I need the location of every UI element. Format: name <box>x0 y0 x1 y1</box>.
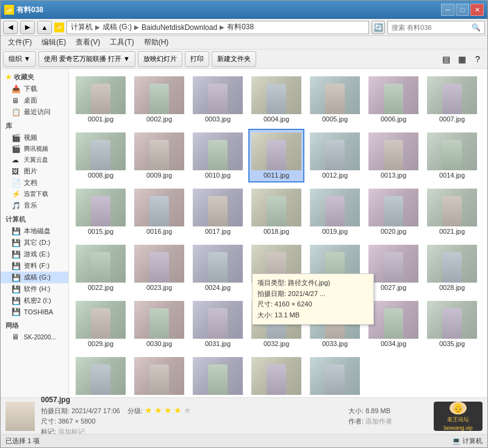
file-thumb-39 <box>310 357 360 395</box>
path-drive[interactable]: 成稿 (G:) <box>102 22 132 32</box>
file-item-0001-jpg[interactable]: 0001.jpg <box>73 73 129 126</box>
file-name-label: 0017.jpg <box>193 228 242 235</box>
menu-view[interactable]: 查看(V) <box>71 36 105 49</box>
file-thumb-18 <box>310 189 360 226</box>
file-name-label: 0024.jpg <box>193 284 242 291</box>
file-thumb-38 <box>251 357 301 395</box>
file-item-0014-jpg[interactable]: 0014.jpg <box>424 129 480 182</box>
sidebar-item-tencent[interactable]: 🎬 腾讯视频 <box>1 143 68 154</box>
file-item-0020-jpg[interactable]: 0020.jpg <box>365 185 422 239</box>
file-item-0028-jpg[interactable]: 0028.jpg <box>424 241 480 295</box>
close-button[interactable]: ✕ <box>470 4 484 16</box>
sidebar-computer-header[interactable]: 计算机 <box>1 214 68 225</box>
sidebar-library-header[interactable]: 库 <box>1 120 68 132</box>
file-item-0019-jpg[interactable]: 0019.jpg <box>307 185 363 239</box>
menu-file[interactable]: 文件(F) <box>3 36 37 49</box>
file-item-0039-jpg[interactable]: 0039.jpg <box>248 353 304 397</box>
file-item-0031-jpg[interactable]: 0031.jpg <box>190 297 246 351</box>
sidebar-item-g-drive[interactable]: 💾 成稿 (G:) <box>1 272 68 283</box>
file-thumb-21 <box>76 245 126 283</box>
sidebar-item-d-drive[interactable]: 💾 其它 (D:) <box>1 237 68 248</box>
file-item-0040-jpg[interactable]: 0040.jpg <box>307 353 363 397</box>
back-button[interactable]: ◀ <box>3 21 18 34</box>
open-with-button[interactable]: 使用 爱奇艺万能联播 打开 ▼ <box>38 51 135 67</box>
sidebar-item-thunder[interactable]: ⚡ 迅雷下载 <box>1 189 68 200</box>
file-thumb-11 <box>310 132 360 170</box>
thumb-figure-19 <box>384 196 404 226</box>
file-item-0003-jpg[interactable]: 0003.jpg <box>190 73 246 126</box>
file-name-label: 0001.jpg <box>76 115 125 123</box>
file-name-label: 0006.jpg <box>369 115 418 123</box>
minimize-button[interactable]: ─ <box>441 4 454 16</box>
sidebar-network-header[interactable]: 网络 <box>1 320 68 331</box>
maximize-button[interactable]: □ <box>456 4 469 16</box>
organize-button[interactable]: 组织 ▼ <box>3 51 36 67</box>
view-help-button[interactable]: ? <box>470 52 485 67</box>
sidebar-item-e-drive[interactable]: 💾 游戏 (E:) <box>1 248 68 260</box>
file-name-label: 0033.jpg <box>310 340 359 347</box>
file-item-0007-jpg[interactable]: 0007.jpg <box>424 73 480 126</box>
file-item-0016-jpg[interactable]: 0016.jpg <box>131 185 187 239</box>
file-item-0037-jpg[interactable]: 0037.jpg <box>131 353 187 397</box>
file-item-0022-jpg[interactable]: 0022.jpg <box>73 241 129 295</box>
file-item-0023-jpg[interactable]: 0023.jpg <box>131 241 187 295</box>
forward-button[interactable]: ▶ <box>20 21 35 34</box>
file-item-0017-jpg[interactable]: 0017.jpg <box>190 185 246 239</box>
path-subfolder[interactable]: 有料038 <box>227 22 254 32</box>
file-item-0030-jpg[interactable]: 0030.jpg <box>131 297 187 351</box>
search-box[interactable]: 🔍 <box>387 21 485 34</box>
sidebar-item-f-drive[interactable]: 💾 资料 (F:) <box>1 260 68 272</box>
view-tiles-button[interactable]: ▦ <box>454 52 469 67</box>
file-item-0002-jpg[interactable]: 0002.jpg <box>131 73 187 126</box>
sidebar-item-docs[interactable]: 📄 文档 <box>1 177 68 189</box>
sidebar-item-recent[interactable]: 📋 最近访问 <box>1 106 68 118</box>
capture-date-label: 拍摄日期: <box>41 407 70 414</box>
file-item-0011-jpg[interactable]: 0011.jpg <box>248 129 304 182</box>
file-item-0018-jpg[interactable]: 0018.jpg <box>248 185 304 239</box>
file-item-0008-jpg[interactable]: 0008.jpg <box>73 129 129 182</box>
menu-help[interactable]: 帮助(H) <box>139 36 174 49</box>
sidebar-item-desktop[interactable]: 🖥 桌面 <box>1 95 68 106</box>
sidebar-item-toshiba[interactable]: 💾 TOSHIBA <box>1 306 68 317</box>
path-computer[interactable]: 计算机 <box>71 22 93 32</box>
file-item-0004-jpg[interactable]: 0004.jpg <box>248 73 304 126</box>
file-item-0012-jpg[interactable]: 0012.jpg <box>307 129 363 182</box>
view-details-button[interactable]: ▤ <box>439 52 453 67</box>
thumb-figure-34 <box>442 308 462 339</box>
thumb-figure-28 <box>91 308 111 339</box>
file-item-0009-jpg[interactable]: 0009.jpg <box>131 129 187 182</box>
sidebar-item-cloud[interactable]: ☁ 天翼云盘 <box>1 154 68 165</box>
refresh-button[interactable]: 🔄 <box>371 21 385 34</box>
tooltip-dimensions: 尺寸: 4160 × 6240 <box>257 299 368 310</box>
path-folder[interactable]: BaiduNetdiskDownload <box>142 23 217 32</box>
slideshow-button[interactable]: 放映幻灯片 <box>138 51 182 67</box>
sidebar-favorites-header[interactable]: ★ 收藏夹 <box>1 71 68 83</box>
new-folder-button[interactable]: 新建文件夹 <box>212 51 256 67</box>
file-item-0006-jpg[interactable]: 0006.jpg <box>365 73 422 126</box>
file-item-0024-jpg[interactable]: 0024.jpg <box>190 241 246 295</box>
search-input[interactable] <box>392 24 469 31</box>
sidebar-item-h-drive[interactable]: 💾 软件 (H:) <box>1 283 68 295</box>
sidebar-item-music[interactable]: 🎵 音乐 <box>1 200 68 211</box>
address-path[interactable]: 计算机 ▶ 成稿 (G:) ▶ BaiduNetdiskDownload ▶ 有… <box>66 21 369 34</box>
menu-tools[interactable]: 工具(T) <box>105 36 138 49</box>
sidebar-item-pictures[interactable]: 🖼 图片 <box>1 165 68 177</box>
sidebar-item-sk[interactable]: 🖥 SK-20200... <box>1 331 68 342</box>
file-item-0010-jpg[interactable]: 0010.jpg <box>190 129 246 182</box>
sidebar-item-video[interactable]: 🎬 视频 <box>1 132 68 143</box>
file-item-0015-jpg[interactable]: 0015.jpg <box>73 185 129 239</box>
print-button[interactable]: 打印 <box>185 51 209 67</box>
sidebar-item-download[interactable]: 📥 下载 <box>1 83 68 95</box>
file-item-0005-jpg[interactable]: 0005.jpg <box>307 73 363 126</box>
file-thumb-37 <box>193 357 243 395</box>
sidebar-item-i-drive[interactable]: 💾 机密2 (I:) <box>1 295 68 306</box>
file-item-0036-jpg[interactable]: 0036.jpg <box>73 353 129 397</box>
file-item-0013-jpg[interactable]: 0013.jpg <box>365 129 422 182</box>
file-item-0029-jpg[interactable]: 0029.jpg <box>73 297 129 351</box>
up-button[interactable]: ▲ <box>37 21 52 34</box>
file-item-0035-jpg[interactable]: 0035.jpg <box>424 297 480 351</box>
menu-edit[interactable]: 编辑(E) <box>37 36 71 49</box>
sidebar-item-local-disk[interactable]: 💾 本地磁盘 <box>1 225 68 237</box>
file-item-0021-jpg[interactable]: 0021.jpg <box>424 185 480 239</box>
file-item-0038-jpg[interactable]: 0038.jpg <box>190 353 246 397</box>
